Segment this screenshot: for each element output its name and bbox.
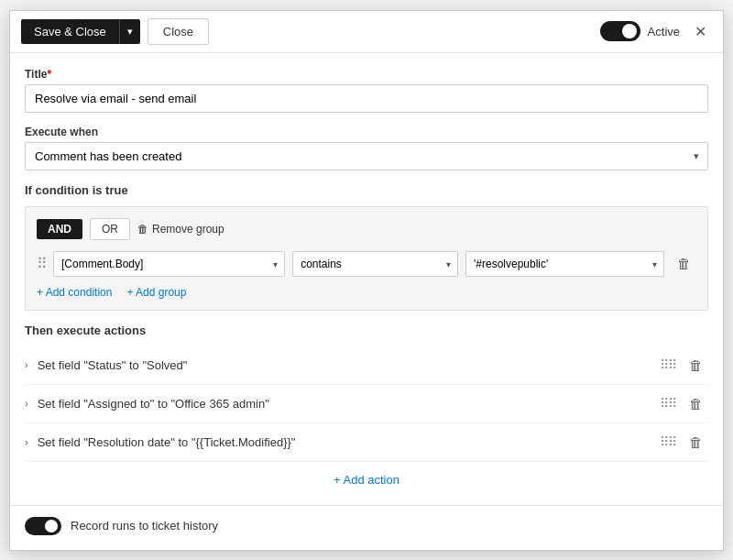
action-row-2: › Set field "Resolution date" to "{{Tick… xyxy=(25,423,708,462)
record-toggle[interactable] xyxy=(25,517,61,535)
condition-section: AND OR 🗑 Remove group ⠿ [Comment.Body] ▾ xyxy=(25,206,708,311)
footer: Record runs to ticket history xyxy=(10,505,723,546)
action-row-0-right: ⠿⠿ 🗑 xyxy=(660,356,708,375)
condition-field-group: If condition is true AND OR 🗑 Remove gro… xyxy=(25,183,708,311)
action-row-0: › Set field "Status" to "Solved" ⠿⠿ 🗑 xyxy=(25,346,708,385)
action-row-1: › Set field "Assigned to" to "Office 365… xyxy=(25,385,708,423)
form-body: Title* Execute when Comment has been cre… xyxy=(10,53,723,498)
action-0-text: Set field "Status" to "Solved" xyxy=(38,358,188,372)
action-2-expand-icon[interactable]: › xyxy=(25,436,28,447)
close-button[interactable]: Close xyxy=(148,18,209,45)
execute-when-select-wrapper: Comment has been created ▾ xyxy=(25,142,708,170)
action-row-2-left: › Set field "Resolution date" to "{{Tick… xyxy=(25,435,295,449)
title-bar-left: Save & Close ▾ Close xyxy=(21,18,209,45)
execute-when-field-group: Execute when Comment has been created ▾ xyxy=(25,126,708,170)
trash-icon: 🗑 xyxy=(137,223,148,236)
condition-val-select-wrapper: '#resolvepublic' ▾ xyxy=(465,251,664,277)
action-1-expand-icon[interactable]: › xyxy=(25,398,28,409)
condition-field-select[interactable]: [Comment.Body] xyxy=(53,251,285,277)
remove-group-button[interactable]: 🗑 Remove group xyxy=(137,223,224,236)
dialog: Save & Close ▾ Close Active ✕ Title* xyxy=(9,10,724,551)
condition-val-select[interactable]: '#resolvepublic' xyxy=(465,251,664,277)
execute-when-select[interactable]: Comment has been created xyxy=(25,142,708,170)
action-0-trash-icon: 🗑 xyxy=(689,357,703,373)
close-x-button[interactable]: ✕ xyxy=(689,21,712,42)
add-action-button[interactable]: + Add action xyxy=(334,473,399,487)
add-action-row: + Add action xyxy=(25,462,708,498)
condition-op-select-wrapper: contains ▾ xyxy=(292,251,458,277)
action-0-drag-icon[interactable]: ⠿⠿ xyxy=(660,357,676,372)
action-row-0-left: › Set field "Status" to "Solved" xyxy=(25,358,187,372)
condition-field-select-wrapper: [Comment.Body] ▾ xyxy=(53,251,285,277)
actions-section-title: Then execute actions xyxy=(25,324,708,337)
action-0-expand-icon[interactable]: › xyxy=(25,359,28,370)
execute-when-label: Execute when xyxy=(25,126,708,138)
action-1-text: Set field "Assigned to" to "Office 365 a… xyxy=(38,397,269,411)
title-input[interactable] xyxy=(25,84,708,113)
add-row: + Add condition + Add group xyxy=(37,286,696,299)
action-1-drag-icon[interactable]: ⠿⠿ xyxy=(660,396,676,411)
action-row-1-left: › Set field "Assigned to" to "Office 365… xyxy=(25,397,269,411)
title-required: * xyxy=(47,68,51,81)
save-close-group: Save & Close ▾ xyxy=(21,19,140,44)
title-label: Title* xyxy=(25,68,708,81)
action-0-delete-button[interactable]: 🗑 xyxy=(684,356,708,375)
condition-row: ⠿ [Comment.Body] ▾ contains ▾ xyxy=(37,251,696,277)
condition-op-select[interactable]: contains xyxy=(292,251,458,277)
action-1-delete-button[interactable]: 🗑 xyxy=(684,394,708,413)
action-row-2-right: ⠿⠿ 🗑 xyxy=(660,433,708,452)
active-toggle[interactable] xyxy=(600,21,640,41)
title-field-group: Title* xyxy=(25,68,708,113)
drag-handle-icon[interactable]: ⠿ xyxy=(37,255,46,272)
action-row-1-right: ⠿⠿ 🗑 xyxy=(660,394,708,413)
active-label: Active xyxy=(648,25,680,38)
title-bar: Save & Close ▾ Close Active ✕ xyxy=(10,11,723,53)
action-1-trash-icon: 🗑 xyxy=(689,396,703,412)
action-2-delete-button[interactable]: 🗑 xyxy=(684,433,708,452)
action-2-trash-icon: 🗑 xyxy=(689,434,703,450)
or-button[interactable]: OR xyxy=(90,218,130,240)
condition-header: AND OR 🗑 Remove group xyxy=(37,218,696,240)
save-close-dropdown-button[interactable]: ▾ xyxy=(119,19,140,44)
delete-icon: 🗑 xyxy=(677,256,691,271)
action-2-text: Set field "Resolution date" to "{{Ticket… xyxy=(38,435,296,449)
action-2-drag-icon[interactable]: ⠿⠿ xyxy=(660,434,676,449)
record-toggle-label: Record runs to ticket history xyxy=(71,519,218,533)
condition-delete-button[interactable]: 🗑 xyxy=(672,254,696,273)
add-condition-button[interactable]: + Add condition xyxy=(37,286,112,299)
title-bar-right: Active ✕ xyxy=(600,21,712,42)
add-group-button[interactable]: + Add group xyxy=(126,286,186,299)
and-button[interactable]: AND xyxy=(37,219,82,239)
actions-section: Then execute actions › Set field "Status… xyxy=(25,324,708,498)
save-close-button[interactable]: Save & Close xyxy=(21,19,119,44)
active-toggle-container: Active xyxy=(600,21,680,41)
condition-section-title: If condition is true xyxy=(25,183,708,197)
